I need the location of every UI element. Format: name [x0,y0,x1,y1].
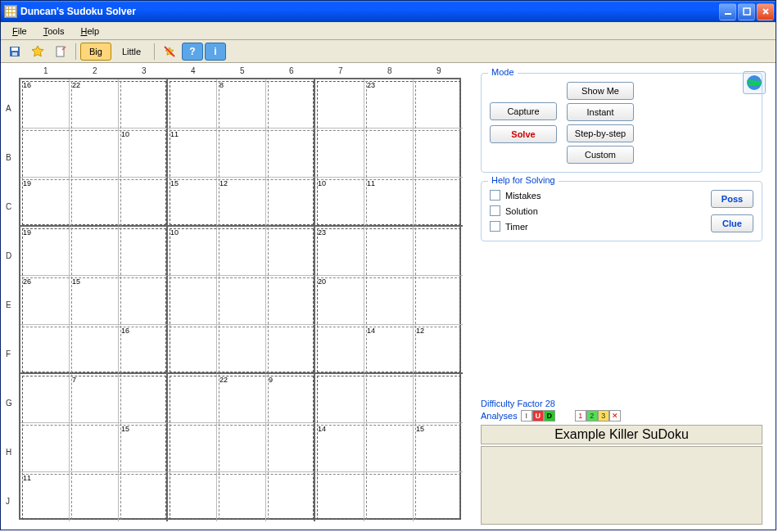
analysis-2[interactable]: 2 [586,410,598,422]
analysis-D[interactable]: D [544,410,555,422]
col-label-9: 9 [436,66,441,75]
status-box [481,446,762,525]
menu-file[interactable]: File [6,25,34,38]
analysis-3[interactable]: 3 [598,410,609,422]
delete-star-icon[interactable] [159,43,180,61]
side-panel: Mode Capture Solve Show Me Instant Step-… [473,66,771,525]
col-label-6: 6 [289,66,294,75]
solve-button[interactable]: Solve [490,125,557,143]
star-icon[interactable] [27,43,48,61]
col-label-3: 3 [142,66,147,75]
analysis-I[interactable]: I [521,410,532,422]
clue-button[interactable]: Clue [711,214,753,232]
capture-button[interactable]: Capture [490,102,557,120]
little-button[interactable]: Little [113,43,150,61]
big-button[interactable]: Big [80,43,111,61]
solution-checkbox[interactable]: Solution [490,205,541,216]
info-icon[interactable]: i [205,43,226,61]
toolbar: Big Little ? i [1,40,776,63]
analyses-label: Analyses [481,411,518,421]
svg-rect-4 [11,47,18,51]
app-icon [4,5,17,18]
custom-button[interactable]: Custom [567,146,634,164]
minimize-button[interactable] [719,3,736,20]
row-label-J: J [6,497,10,506]
maximize-button[interactable] [738,3,755,20]
col-label-4: 4 [191,66,196,75]
mode-group: Mode Capture Solve Show Me Instant Step-… [481,73,762,173]
col-label-1: 1 [43,66,48,75]
app-window: Duncan's Sudoku Solver File Tools Help B… [0,0,776,530]
menubar: File Tools Help [1,22,776,40]
instant-button[interactable]: Instant [567,103,634,121]
stepbystep-button[interactable]: Step-by-step [567,124,634,142]
analyses-row: Analyses I U D 1 2 3 ✕ [481,410,771,422]
row-label-F: F [6,349,11,358]
status-title: Example Killer SuDoku [481,425,762,444]
row-label-H: H [6,448,11,457]
help-legend: Help for Solving [488,175,559,185]
row-label-A: A [6,104,11,113]
mistakes-checkbox[interactable]: Mistakes [490,190,541,201]
poss-button[interactable]: Poss [711,190,753,208]
window-title: Duncan's Sudoku Solver [20,6,719,17]
svg-text:?: ? [189,46,195,57]
row-label-G: G [6,399,12,408]
row-label-D: D [6,251,11,260]
svg-text:i: i [214,46,216,57]
col-label-7: 7 [338,66,343,75]
showme-button[interactable]: Show Me [567,82,634,100]
save-icon[interactable] [4,43,25,61]
svg-rect-5 [12,52,17,56]
svg-rect-2 [744,8,750,15]
analysis-x[interactable]: ✕ [609,410,621,422]
analysis-U[interactable]: U [532,410,544,422]
col-label-2: 2 [93,66,97,75]
difficulty-label: Difficulty Factor 28 [481,399,771,408]
row-label-E: E [6,300,11,309]
help-group: Help for Solving Mistakes Solution Timer… [481,181,762,241]
sudoku-grid[interactable]: 1622823101119151210111910232615201614127… [19,78,461,520]
analysis-1[interactable]: 1 [575,410,586,422]
new-doc-icon[interactable] [50,43,71,61]
row-label-B: B [6,153,11,162]
help-icon[interactable]: ? [182,43,203,61]
svg-rect-1 [725,13,731,15]
row-label-C: C [6,202,11,211]
close-button[interactable] [757,3,774,20]
menu-tools[interactable]: Tools [37,25,71,38]
svg-rect-0 [6,7,16,16]
svg-rect-6 [57,47,64,56]
titlebar: Duncan's Sudoku Solver [1,1,776,22]
col-label-5: 5 [240,66,245,75]
menu-help[interactable]: Help [74,25,106,38]
timer-checkbox[interactable]: Timer [490,221,541,232]
sudoku-panel: 123456789 ABCDEFGHJ 16228231011191512101… [6,66,464,525]
col-label-8: 8 [387,66,392,75]
mode-legend: Mode [488,67,518,77]
